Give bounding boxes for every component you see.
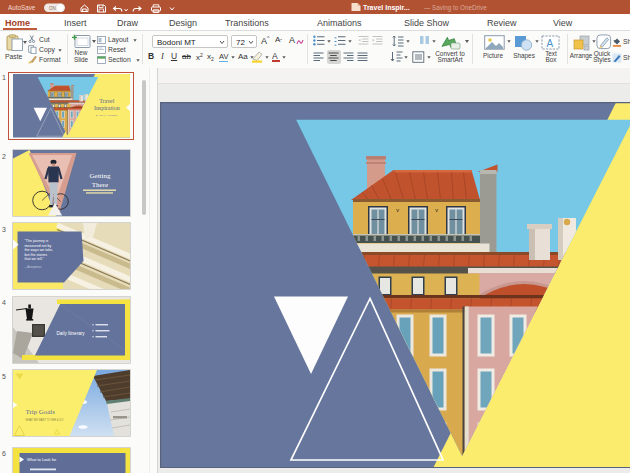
svg-text:ON: ON xyxy=(49,5,56,10)
svg-text:Daily Itinerary: Daily Itinerary xyxy=(56,330,85,335)
svg-text:Getting: Getting xyxy=(89,172,110,180)
svg-text:A: A xyxy=(547,38,554,49)
svg-text:—Anonymous: —Anonymous xyxy=(24,265,42,269)
svg-text:that we tell.": that we tell." xyxy=(24,257,44,261)
svg-text:Trip Goals: Trip Goals xyxy=(25,408,55,415)
svg-text:What to Look for: What to Look for xyxy=(27,457,57,462)
svg-text:Inspiration: Inspiration xyxy=(93,105,119,111)
svg-text:BY OLIVIA WILSON: BY OLIVIA WILSON xyxy=(95,114,117,116)
svg-text:but the stories: but the stories xyxy=(24,253,47,257)
svg-text:"The journey is: "The journey is xyxy=(24,239,48,243)
svg-text:measured not by: measured not by xyxy=(24,244,51,248)
svg-text:There: There xyxy=(91,181,107,189)
svg-text:the ways we take,: the ways we take, xyxy=(24,248,53,252)
svg-text:WHAT WE WANT TO SEE & DO: WHAT WE WANT TO SEE & DO xyxy=(25,418,63,422)
svg-text:Travel: Travel xyxy=(99,98,115,104)
